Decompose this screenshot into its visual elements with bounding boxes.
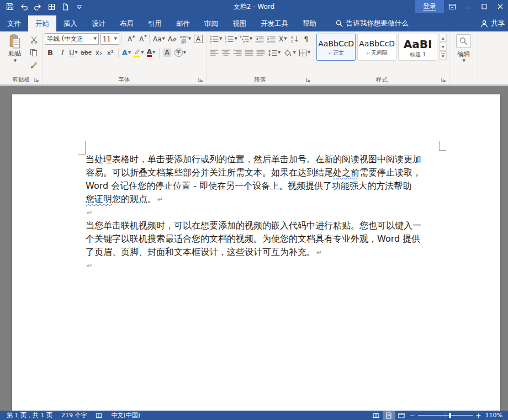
save-button[interactable] — [3, 0, 17, 13]
text-line: 当您单击联机视频时，可以在想要添加的视频的嵌入代码中进行粘贴。您也可以键入一 — [86, 219, 441, 232]
tab-review[interactable]: 审阅 — [197, 15, 225, 31]
change-case-button[interactable]: Aa▼ — [152, 34, 166, 45]
character-shading-button[interactable]: A — [162, 47, 173, 59]
paste-icon — [9, 34, 21, 49]
italic-button[interactable]: I — [56, 47, 67, 59]
style-gallery-more-button[interactable]: ▼ — [439, 51, 447, 60]
decrease-indent-button[interactable] — [254, 34, 265, 45]
share-button[interactable]: 共享 — [475, 15, 508, 31]
phonetic-guide-button[interactable]: wén拼 ▼ — [178, 34, 192, 45]
zoom-slider[interactable] — [418, 411, 473, 420]
paste-button[interactable]: 粘贴 ▼ — [2, 33, 28, 65]
language-indicator[interactable]: 中文(中国) — [107, 411, 145, 420]
asian-layout-button[interactable]: X▼ — [277, 34, 288, 45]
tab-layout[interactable]: 布局 — [113, 15, 141, 31]
distribute-button[interactable] — [255, 47, 266, 59]
signin-button[interactable]: 登录 — [415, 0, 444, 13]
bold-button[interactable]: B — [45, 47, 56, 59]
text-highlight-button[interactable]: ▼ — [133, 47, 145, 59]
tab-mailings[interactable]: 邮件 — [169, 15, 197, 31]
paragraph-dialog-launcher[interactable] — [304, 76, 311, 83]
increase-indent-button[interactable] — [266, 34, 277, 45]
proofing-status[interactable] — [91, 411, 107, 420]
font-dialog-launcher[interactable] — [197, 76, 204, 83]
word-count[interactable]: 219 个字 — [57, 411, 92, 420]
clipboard-dialog-launcher[interactable] — [33, 76, 40, 83]
find-button[interactable] — [456, 34, 471, 48]
align-right-button[interactable] — [232, 47, 243, 59]
multilevel-list-button[interactable]: ▼ — [239, 34, 253, 45]
styles-dialog-launcher[interactable] — [440, 76, 447, 83]
redo-button[interactable] — [31, 0, 44, 13]
copy-button[interactable] — [28, 47, 39, 58]
document-text[interactable]: 当处理表格时，单击要添加行或列的位置，然后单击加号。在新的阅读视图中阅读更加 容… — [86, 153, 441, 272]
read-mode-button[interactable] — [370, 411, 383, 420]
strikethrough-button[interactable]: abc — [80, 47, 93, 59]
tab-file[interactable]: 文件 — [0, 15, 28, 31]
chevron-down-icon: ▼ — [463, 59, 465, 63]
align-left-button[interactable] — [209, 47, 220, 59]
statusbar: 第 1 页，共 1 页 219 个字 中文(中国) − + 110% — [0, 411, 508, 420]
bullet-list-button[interactable]: ▼ — [209, 34, 223, 45]
font-size-combo[interactable]: 11▼ — [100, 33, 119, 45]
font-color-button[interactable]: A▼ — [146, 47, 157, 59]
text-line: 了页眉、页脚、封面和文本框设计，这些设计可互为补充。↵ — [86, 246, 441, 259]
align-left-icon — [210, 49, 219, 57]
shrink-font-button[interactable]: A▼ — [136, 34, 147, 45]
font-name-combo[interactable]: 等线 (中文正▼ — [45, 33, 99, 45]
numbered-list-icon: 123 — [225, 35, 234, 43]
tab-view[interactable]: 视图 — [225, 15, 253, 31]
zoom-out-button[interactable]: − — [408, 411, 417, 420]
borders-button[interactable]: ▼ — [298, 47, 311, 59]
close-button[interactable] — [492, 0, 508, 13]
sort-button[interactable]: AZ — [289, 34, 300, 45]
align-center-button[interactable] — [220, 47, 231, 59]
style-scroll-down-button[interactable]: ▼ — [439, 42, 447, 51]
undo-button[interactable] — [17, 0, 30, 13]
tab-references[interactable]: 引用 — [141, 15, 169, 31]
enclose-characters-button[interactable]: 字▼ — [173, 47, 187, 59]
zoom-slider-thumb[interactable] — [449, 413, 451, 418]
text-line: 当处理表格时，单击要添加行或列的位置，然后单击加号。在新的阅读视图中阅读更加 — [86, 153, 441, 166]
web-layout-button[interactable] — [395, 411, 408, 420]
page-indicator[interactable]: 第 1 页，共 1 页 — [2, 411, 57, 420]
grow-font-button[interactable]: A▲ — [124, 34, 135, 45]
underline-button[interactable]: U▼ — [68, 47, 79, 59]
tellme-search[interactable]: 告诉我你想要做什么 — [331, 15, 413, 31]
superscript-button[interactable]: x² — [105, 47, 116, 59]
cut-button[interactable] — [28, 34, 39, 45]
minimize-button[interactable] — [460, 0, 476, 13]
style-normal[interactable]: AaBbCcD ↵正文 — [316, 34, 356, 61]
style-heading-1[interactable]: AaBI 标题 1 — [398, 34, 437, 61]
down-arrow-icon: ▼ — [144, 34, 146, 38]
editing-menu-button[interactable]: 编辑 ▼ — [457, 50, 470, 63]
subscript-button[interactable]: x₂ — [93, 47, 104, 59]
qat-extra-2-button[interactable] — [59, 0, 72, 13]
qat-customize-button[interactable] — [72, 0, 86, 13]
line-spacing-button[interactable]: ▼ — [267, 47, 282, 59]
show-formatting-marks-button[interactable]: ¶ — [300, 34, 311, 45]
tab-design[interactable]: 设计 — [84, 15, 113, 31]
zoom-level[interactable]: 110% — [483, 412, 506, 419]
qat-extra-1-button[interactable] — [45, 0, 58, 13]
web-layout-icon — [398, 412, 405, 419]
tab-home[interactable]: 开始 — [28, 15, 56, 31]
tab-help[interactable]: 帮助 — [295, 15, 324, 31]
shading-button[interactable]: ▼ — [282, 47, 297, 59]
text-effects-button[interactable]: A▼ — [121, 47, 132, 59]
style-no-spacing[interactable]: AaBbCcD ↵无间隔 — [357, 34, 396, 61]
maximize-button[interactable] — [476, 0, 492, 13]
print-layout-button[interactable] — [383, 411, 395, 420]
justify-button[interactable] — [244, 47, 255, 59]
document-page[interactable]: 当处理表格时，单击要添加行或列的位置，然后单击加号。在新的阅读视图中阅读更加 容… — [12, 94, 500, 411]
tab-developer[interactable]: 开发工具 — [253, 15, 295, 31]
scissors-icon — [30, 36, 38, 44]
tab-insert[interactable]: 插入 — [56, 15, 84, 31]
style-scroll-up-button[interactable]: ▲ — [439, 34, 447, 42]
numbered-list-button[interactable]: 123 ▼ — [224, 34, 238, 45]
character-border-button[interactable]: A — [193, 34, 204, 45]
ribbon-display-options-button[interactable] — [444, 0, 460, 13]
zoom-in-button[interactable]: + — [474, 411, 483, 420]
clear-formatting-button[interactable]: A — [167, 34, 178, 45]
format-painter-button[interactable] — [28, 60, 39, 71]
